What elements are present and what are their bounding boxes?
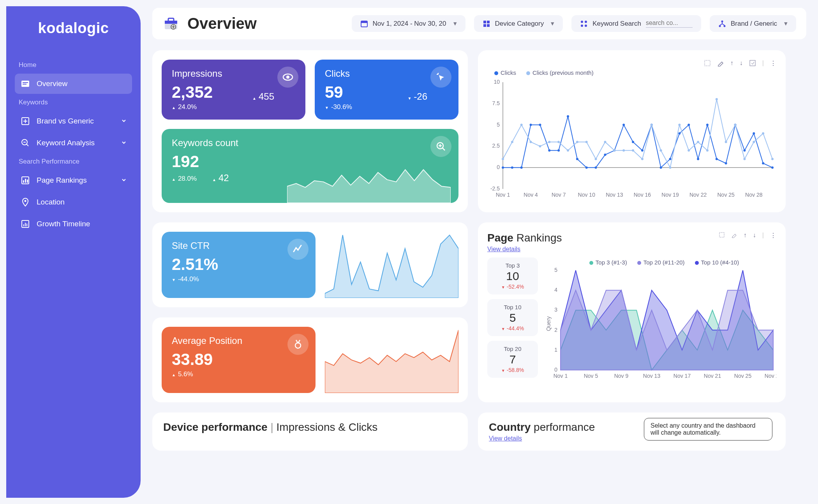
clicks-value: 59 (325, 83, 448, 102)
page-rankings-view-link[interactable]: View details (487, 246, 562, 253)
eye-icon (277, 67, 298, 88)
more-icon[interactable]: ⋮ (770, 60, 776, 67)
svg-text:Query: Query (545, 316, 552, 331)
sidebar-item-brand-vs-generic[interactable]: Brand vs Generic (15, 111, 132, 131)
sidebar-item-growth-timeline[interactable]: Growth Timeline (15, 214, 132, 234)
arrow-down-icon (501, 367, 505, 373)
sidebar-item-overview[interactable]: Overview (15, 74, 132, 94)
page-rankings-title: Page Rankings (487, 232, 562, 244)
keywords-delta: 42 (212, 173, 229, 183)
ctr-panel: Site CTR 2.51% -44.0% (152, 222, 468, 307)
avg-position-value: 33.89 (172, 350, 305, 369)
edit-icon[interactable] (731, 232, 737, 253)
keyword-search-input[interactable] (646, 19, 693, 28)
svg-point-81 (753, 132, 755, 135)
country-tip: Select any country and the dashbaord wil… (644, 418, 772, 441)
timeline-icon (20, 219, 30, 229)
keywords-card: Keywords count 192 28.0% 42 (162, 129, 458, 203)
sidebar-item-label: Page Rankings (37, 176, 87, 185)
svg-point-85 (511, 141, 513, 143)
svg-point-69 (641, 149, 643, 152)
svg-point-28 (721, 20, 723, 22)
svg-point-110 (743, 158, 746, 160)
svg-point-111 (753, 141, 755, 143)
drill-down-icon[interactable]: ↓ (740, 60, 743, 67)
device-performance-title: Device performance | Impressions & Click… (163, 421, 457, 434)
svg-text:Nov 5: Nov 5 (584, 373, 598, 379)
select-icon[interactable] (719, 232, 725, 253)
svg-point-76 (706, 124, 709, 126)
nav-section-label: Search Performance (15, 155, 132, 169)
svg-point-106 (706, 149, 709, 152)
svg-text:Nov 17: Nov 17 (673, 373, 691, 379)
date-range-text: Nov 1, 2024 - Nov 30, 20 (373, 20, 446, 28)
rank-stat-value: 7 (490, 353, 536, 366)
svg-point-112 (762, 132, 764, 135)
svg-point-93 (585, 141, 588, 143)
rank-stat-card: Top 3 10 -52.4% (487, 257, 538, 294)
brand-generic-dropdown[interactable]: Brand / Generic ▾ (710, 15, 796, 32)
svg-point-71 (660, 166, 662, 169)
brand-logo: kodalogic (15, 20, 132, 37)
date-range-picker[interactable]: Nov 1, 2024 - Nov 30, 20 ▾ (352, 15, 465, 32)
edit-icon[interactable] (717, 60, 724, 67)
main: Overview Nov 1, 2024 - Nov 30, 20 ▾ Devi… (141, 0, 818, 504)
svg-point-90 (557, 141, 560, 143)
svg-text:5: 5 (497, 122, 500, 128)
drill-up-icon[interactable]: ↑ (744, 232, 747, 253)
more-icon[interactable]: ⋮ (770, 232, 776, 253)
svg-point-86 (520, 124, 523, 126)
svg-point-54 (502, 166, 504, 169)
select-icon[interactable] (704, 60, 711, 67)
svg-point-68 (632, 141, 634, 143)
sidebar: kodalogic Home Overview Keywords Brand v… (6, 6, 141, 498)
keywords-pct: 28.0% (172, 175, 197, 183)
caret-down-icon: ▾ (551, 19, 554, 28)
svg-rect-2 (23, 84, 26, 85)
brand-generic-label: Brand / Generic (731, 20, 777, 28)
page-title: Overview (187, 15, 257, 32)
svg-point-103 (678, 124, 680, 126)
arrow-down-icon (325, 103, 329, 111)
keyword-search-wrap[interactable]: Keyword Search (571, 15, 701, 32)
svg-point-25 (585, 21, 587, 23)
svg-point-61 (567, 115, 569, 118)
svg-point-95 (604, 141, 606, 143)
sidebar-item-label: Brand vs Generic (37, 117, 94, 125)
svg-text:2.5: 2.5 (492, 143, 500, 149)
clicks-card: Clicks 59 -30.6% -26 (315, 60, 458, 120)
drill-down-icon[interactable]: ↓ (753, 232, 756, 253)
sidebar-item-location[interactable]: Location (15, 192, 132, 212)
impressions-pct: 24.0% (172, 103, 295, 111)
arrow-up-icon (252, 91, 256, 102)
clicks-title: Clicks (325, 68, 448, 79)
svg-text:Nov 10: Nov 10 (578, 192, 596, 198)
page-rankings-panel: Page Rankings View details ↑ ↓ | ⋮ (478, 222, 786, 402)
overview-icon (20, 79, 30, 89)
svg-point-64 (595, 166, 597, 169)
svg-text:2: 2 (554, 327, 557, 333)
zoom-in-icon (430, 136, 451, 157)
clicks-chart-legend: Clicks Clicks (previous month) (494, 69, 776, 76)
svg-rect-20 (483, 21, 486, 23)
sidebar-item-keyword-analysis[interactable]: Keyword Analysis (15, 133, 132, 153)
svg-point-83 (771, 166, 774, 169)
device-category-dropdown[interactable]: Device Category ▾ (474, 15, 563, 32)
rank-stat-pct: -44.4% (490, 325, 536, 331)
keywords-title: Keywords count (172, 137, 448, 148)
sidebar-item-page-rankings[interactable]: Page Rankings (15, 170, 132, 190)
svg-point-104 (688, 149, 690, 152)
svg-point-62 (576, 158, 578, 160)
sidebar-item-label: Location (37, 198, 65, 206)
rank-stat-value: 10 (490, 270, 536, 283)
toolbox-icon (162, 15, 180, 32)
svg-rect-6 (23, 180, 24, 183)
impressions-title: Impressions (172, 68, 295, 79)
chevron-down-icon (121, 139, 127, 147)
focus-icon[interactable] (749, 60, 756, 67)
sidebar-item-label: Growth Timeline (37, 220, 90, 228)
svg-point-107 (716, 98, 718, 100)
drill-up-icon[interactable]: ↑ (730, 60, 733, 67)
impressions-delta: 455 (252, 91, 274, 102)
cursor-click-icon (430, 67, 451, 88)
